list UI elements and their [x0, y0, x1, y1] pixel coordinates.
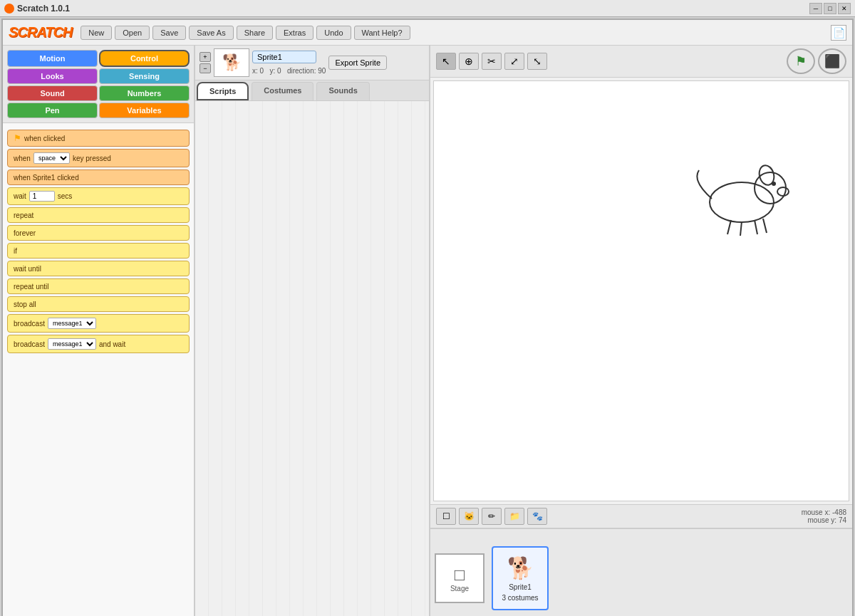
select-tool[interactable]: ↖ [436, 53, 456, 70]
stage-bottom: ☐ 🐱 ✏ 📁 🐾 mouse x: -488 mouse y: 74 [430, 504, 852, 528]
svg-line-8 [763, 219, 767, 233]
scratch-logo: SCRATCH [9, 24, 72, 41]
category-motion[interactable]: Motion [7, 50, 98, 67]
maximize-button[interactable]: □ [824, 3, 836, 14]
flag-icon: ⚑ [795, 53, 807, 69]
stage-canvas [433, 80, 849, 501]
category-sensing[interactable]: Sensing [99, 68, 190, 84]
stage-view-btn-2[interactable]: 🐱 [459, 508, 479, 525]
svg-line-7 [755, 220, 757, 234]
scripts-area[interactable] [195, 101, 429, 616]
extras-button[interactable]: Extras [276, 26, 314, 40]
category-sound[interactable]: Sound [7, 85, 98, 101]
title-bar: Scratch 1.0.1 ─ □ ✕ [0, 0, 855, 17]
broadcast-wait-select[interactable]: message1 [48, 338, 96, 350]
key-select[interactable]: space [33, 152, 70, 164]
svg-point-4 [772, 182, 776, 186]
flag-button[interactable]: ⚑ [787, 48, 815, 74]
stage-toolbar: ↖ ⊕ ✂ ⤢ ⤡ ⚑ ⬛ [430, 46, 852, 78]
title-bar-title: Scratch 1.0.1 [17, 4, 70, 14]
sprite-thumbnail: 🐕 [214, 48, 249, 77]
title-bar-controls: ─ □ ✕ [809, 3, 851, 14]
toolbar: SCRATCH New Open Save Save As Share Extr… [3, 20, 852, 46]
block-broadcast[interactable]: broadcast message1 [7, 314, 190, 333]
blocks-area: ⚑ when clicked when space key pressed wh… [3, 123, 194, 616]
block-forever[interactable]: forever [7, 225, 190, 241]
stage-view-btn-3[interactable]: ✏ [482, 508, 502, 525]
stamp-tool[interactable]: ⊕ [459, 53, 479, 70]
block-when-key[interactable]: when space key pressed [7, 149, 190, 167]
sprite-library: □ Stage 🐕 Sprite1 3 costumes [430, 528, 852, 616]
sprite-lib-name: Sprite1 [509, 583, 532, 591]
sprite-coords: x: 0 y: 0 direction: 90 [252, 67, 326, 75]
tab-costumes[interactable]: Costumes [252, 82, 314, 100]
stop-icon: ⬛ [824, 53, 840, 69]
stage-thumbnail[interactable]: □ Stage [435, 553, 484, 603]
svg-line-6 [740, 221, 742, 236]
right-panel: ↖ ⊕ ✂ ⤢ ⤡ ⚑ ⬛ [430, 46, 852, 616]
grow-tool[interactable]: ⤢ [504, 53, 524, 70]
svg-line-5 [727, 220, 731, 234]
category-control[interactable]: Control [99, 50, 190, 67]
stop-button[interactable]: ⬛ [818, 48, 846, 74]
left-panel: Motion Control Looks Sensing Sound Numbe… [3, 46, 195, 616]
svg-point-3 [777, 187, 789, 196]
share-button[interactable]: Share [237, 26, 273, 40]
stage-view-btn-1[interactable]: ☐ [436, 508, 456, 525]
broadcast-select[interactable]: message1 [48, 318, 96, 329]
sprite-header: + − 🐕 x: 0 y: 0 direction: 90 Export Spr… [195, 46, 429, 80]
block-broadcast-wait[interactable]: broadcast message1 and wait [7, 335, 190, 353]
sprite-controls: + − [200, 52, 211, 73]
new-button[interactable]: New [81, 26, 112, 40]
cut-tool[interactable]: ✂ [482, 53, 502, 70]
sprite-name-input[interactable] [252, 51, 316, 63]
tab-sounds[interactable]: Sounds [316, 82, 369, 100]
doc-icon[interactable]: 📄 [831, 25, 846, 41]
wait-input[interactable] [29, 191, 55, 202]
sprite-ctrl-up[interactable]: + [200, 52, 211, 62]
block-if[interactable]: if [7, 243, 190, 259]
flag-icon: ⚑ [14, 133, 21, 143]
block-wait[interactable]: wait secs [7, 187, 190, 205]
categories: Motion Control Looks Sensing Sound Numbe… [3, 46, 194, 123]
save-as-button[interactable]: Save As [189, 26, 233, 40]
dog-sprite[interactable] [678, 152, 792, 238]
block-wait-until[interactable]: wait until [7, 261, 190, 276]
minimize-button[interactable]: ─ [809, 3, 822, 14]
main-content: Motion Control Looks Sensing Sound Numbe… [3, 46, 852, 616]
close-button[interactable]: ✕ [838, 3, 851, 14]
block-when-sprite-clicked[interactable]: when Sprite1 clicked [7, 169, 190, 185]
block-stop-all[interactable]: stop all [7, 296, 190, 312]
want-help-button[interactable]: Want Help? [354, 26, 410, 40]
stage-view-btn-5[interactable]: 🐾 [527, 508, 547, 525]
category-variables[interactable]: Variables [99, 103, 190, 118]
app-window: SCRATCH New Open Save Save As Share Extr… [1, 19, 854, 616]
block-when-flag[interactable]: ⚑ when clicked [7, 130, 190, 147]
export-sprite-button[interactable]: Export Sprite [328, 56, 387, 70]
block-repeat-until[interactable]: repeat until [7, 278, 190, 294]
undo-button[interactable]: Undo [316, 26, 351, 40]
category-looks[interactable]: Looks [7, 68, 98, 84]
category-pen[interactable]: Pen [7, 103, 98, 118]
shrink-tool[interactable]: ⤡ [527, 53, 547, 70]
tabs: Scripts Costumes Sounds [195, 80, 429, 101]
app-icon [4, 4, 14, 14]
open-button[interactable]: Open [115, 26, 150, 40]
stage-label: Stage [450, 585, 469, 592]
sprite-lib-sublabel: 3 costumes [502, 594, 538, 602]
stage-view-btn-4[interactable]: 📁 [504, 508, 524, 525]
sprite-library-item-1[interactable]: 🐕 Sprite1 3 costumes [492, 546, 549, 610]
category-numbers[interactable]: Numbers [99, 85, 190, 101]
middle-panel: + − 🐕 x: 0 y: 0 direction: 90 Export Spr… [195, 46, 430, 616]
sprite-ctrl-down[interactable]: − [200, 63, 211, 73]
mouse-coords: mouse x: -488 mouse y: 74 [802, 508, 846, 524]
save-button[interactable]: Save [152, 26, 186, 40]
tab-scripts[interactable]: Scripts [197, 82, 249, 100]
block-repeat[interactable]: repeat [7, 207, 190, 223]
